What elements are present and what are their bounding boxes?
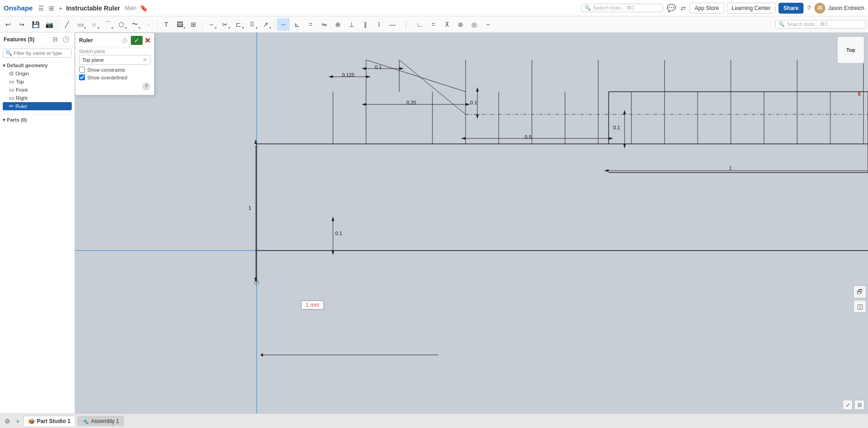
feature-right[interactable]: ▭ Right — [3, 94, 72, 102]
svg-marker-45 — [623, 144, 626, 148]
default-geometry-group[interactable]: ▾ Default geometry — [3, 62, 72, 69]
parts-group[interactable]: ▾ Parts (0) — [3, 116, 72, 124]
feature-top[interactable]: ▭ Top — [3, 78, 72, 86]
add-document-icon[interactable]: + — [58, 4, 63, 13]
sketch-cancel-button[interactable]: ✕ — [144, 36, 150, 45]
search-tools-tb[interactable]: 🔍 Search tools... ⌘C — [775, 20, 866, 29]
tangent-tool[interactable]: ⌇ — [372, 18, 385, 31]
features-panel: Features (5) ⊟ 🕐 🔍 ▾ Default geometry ⊙ … — [0, 33, 75, 413]
show-constraints-checkbox[interactable] — [79, 67, 85, 73]
svg-marker-35 — [362, 67, 366, 70]
svg-marker-41 — [476, 87, 479, 92]
arc-tool[interactable]: ⌒ — [101, 18, 114, 31]
orientation-x: X — [858, 92, 861, 97]
table-tool[interactable]: ⊞ — [187, 18, 200, 31]
perpendicular-tool[interactable]: ⊥ — [345, 18, 358, 31]
right-panel-icons: 🗗 ◫ — [852, 284, 868, 315]
canvas-area[interactable]: 0.125 0.1 0.25 0.1 0.1 0.5 1 1 0.1 1 mm … — [75, 33, 868, 413]
rectangle-tool[interactable]: ▭ — [74, 18, 87, 31]
text-tool[interactable]: T — [160, 18, 173, 31]
panel-collapse-icon[interactable]: ⊟ — [51, 35, 59, 43]
display-states-icon[interactable]: 🗗 — [853, 285, 866, 298]
trim-tool[interactable]: ✂ — [218, 18, 231, 31]
coincident-tool[interactable]: ⊕ — [332, 18, 344, 31]
tab-assembly[interactable]: 🔩 Assembly 1 — [77, 416, 124, 426]
svg-marker-48 — [609, 137, 613, 140]
camera-button[interactable]: 📷 — [43, 18, 55, 31]
line-tool[interactable]: ╱ — [60, 18, 73, 31]
feature-right-label: Right — [16, 95, 28, 101]
image-tool[interactable]: 🖼 — [174, 18, 186, 31]
help-button[interactable]: ? — [142, 82, 150, 90]
spline-tool[interactable]: 〜 — [129, 18, 141, 31]
tab-settings-icon[interactable]: ⚙ — [3, 417, 12, 426]
connect-icon[interactable]: ⇄ — [680, 4, 687, 13]
feature-origin[interactable]: ⊙ Origin — [3, 69, 72, 78]
onshape-logo[interactable]: Onshape — [4, 4, 33, 12]
sketch-confirm-button[interactable]: ✓ — [131, 36, 143, 45]
angle-tool[interactable]: ∟ — [413, 18, 426, 31]
symmetric-tool[interactable]: ⇋ — [318, 18, 331, 31]
panel-title: Features (5) — [4, 36, 50, 43]
tab-add-icon[interactable]: + — [14, 417, 21, 426]
render-mode-icon[interactable]: ◫ — [853, 300, 866, 313]
filter-box[interactable]: 🔍 — [3, 49, 72, 58]
parallel-tool[interactable]: ∥ — [359, 18, 372, 31]
bookmark-icon[interactable]: 🔖 — [139, 4, 149, 13]
share-button[interactable]: Share — [779, 3, 804, 14]
concentric-tool[interactable]: ◎ — [468, 18, 481, 31]
dim-01-top: 0.1 — [375, 64, 382, 70]
app-store-button[interactable]: App Store — [689, 3, 724, 14]
offset-tool[interactable]: ⊏ — [232, 18, 245, 31]
feature-front[interactable]: ▭ Front — [3, 86, 72, 94]
parts-section: ▾ Parts (0) — [0, 114, 74, 126]
chat-icon[interactable]: 💬 — [666, 3, 677, 13]
topbar: Onshape ☰ ⊞ + Instructable Ruler Main 🔖 … — [0, 0, 868, 16]
horizontal-tool[interactable]: — — [386, 18, 399, 31]
dim-05: 0.5 — [525, 134, 531, 140]
origin-icon: ⊙ — [9, 70, 14, 77]
circle-tool[interactable]: ○ — [88, 18, 100, 31]
avatar[interactable]: JE — [814, 3, 825, 14]
sketch-plane-select[interactable]: Top plane ✕ — [79, 55, 150, 65]
help-icon[interactable]: ? — [806, 4, 812, 13]
sketch-help: ? — [75, 81, 154, 91]
learning-center-button[interactable]: Learning Center — [727, 3, 776, 14]
section-icon[interactable]: ⊟ — [854, 400, 864, 410]
dimension-input[interactable]: 1 mm — [301, 300, 324, 310]
feature-ruler-label: Ruler — [15, 103, 27, 109]
show-constraints-label: Show constraints — [87, 67, 125, 73]
coincident2-tool[interactable]: ⊛ — [454, 18, 467, 31]
svg-marker-38 — [362, 103, 366, 106]
constraints-tool[interactable]: ⊾ — [291, 18, 303, 31]
feature-ruler[interactable]: ✏ Ruler — [3, 102, 72, 110]
transform-tool[interactable]: ↗ — [259, 18, 272, 31]
dimension-tool[interactable]: ↔ — [277, 18, 290, 31]
feature-top-label: Top — [16, 79, 24, 84]
sketch-history-icon[interactable]: 🕐 — [122, 38, 127, 43]
fit-all-icon[interactable]: ⤢ — [843, 400, 853, 410]
save-button[interactable]: 💾 — [29, 18, 42, 31]
fillet-tool[interactable]: ⌣ — [205, 18, 218, 31]
tab-part-studio[interactable]: 📦 Part Studio 1 — [23, 416, 75, 426]
show-overdefined-checkbox[interactable] — [79, 74, 85, 80]
panel-history-icon[interactable]: 🕐 — [61, 35, 71, 43]
grid-icon[interactable]: ⊞ — [48, 4, 55, 13]
arc-length-tool[interactable]: ⌢ — [481, 18, 494, 31]
midpoint-tool[interactable]: = — [427, 18, 440, 31]
point-tool[interactable]: · — [142, 18, 155, 31]
equal-tool[interactable]: = — [304, 18, 317, 31]
polygon-tool[interactable]: ⬡ — [115, 18, 128, 31]
right-plane-icon: ▭ — [9, 95, 14, 101]
redo-button[interactable]: ↪ — [15, 18, 28, 31]
collinear-tool[interactable]: ⊼ — [441, 18, 453, 31]
pattern-tool[interactable]: ⠿ — [246, 18, 258, 31]
undo-button[interactable]: ↩ — [2, 18, 15, 31]
plane-clear-icon[interactable]: ✕ — [143, 57, 147, 63]
filter-input[interactable] — [14, 50, 69, 56]
view-cube[interactable]: Top — [837, 36, 864, 64]
hamburger-icon[interactable]: ☰ — [37, 4, 45, 13]
search-tools[interactable]: 🔍 Search tools... ⌘C — [581, 4, 663, 12]
filter-icon: 🔍 — [5, 50, 12, 56]
ruler-sketch-icon: ✏ — [9, 103, 14, 109]
